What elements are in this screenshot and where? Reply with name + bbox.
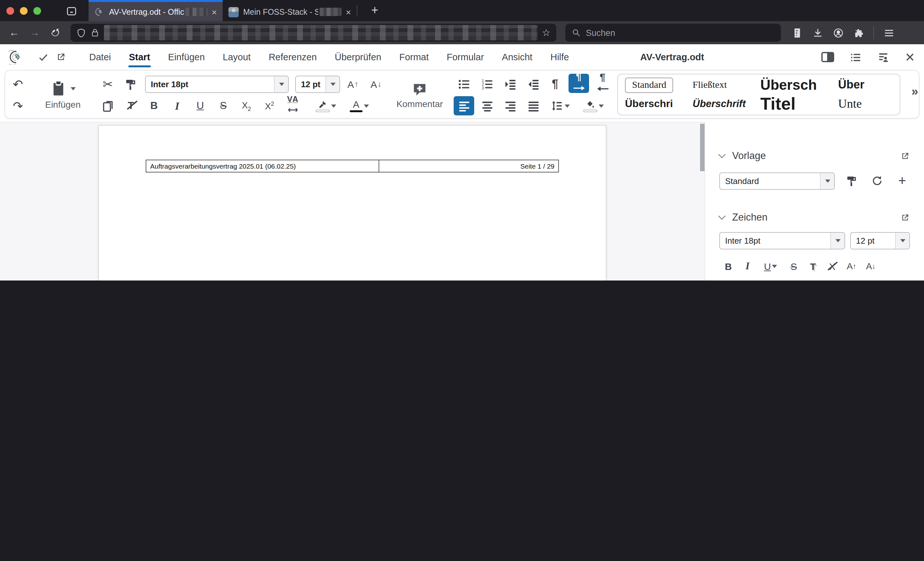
sidebar-font-size-select[interactable]: 12 pt: [850, 232, 910, 250]
shrink-font-button[interactable]: A↓: [366, 74, 386, 94]
collapse-chevron-icon[interactable]: [718, 212, 726, 220]
sidebar-toggle-icon[interactable]: [821, 52, 834, 62]
font-color-caret[interactable]: [364, 104, 369, 108]
char-spacing-button[interactable]: V̲A̲: [282, 96, 303, 115]
shield-icon[interactable]: [76, 28, 86, 37]
font-size-select[interactable]: 12 pt: [295, 76, 340, 93]
style-select-caret[interactable]: [820, 173, 834, 189]
new-style-plus-icon[interactable]: +: [894, 172, 910, 190]
italic-button[interactable]: I: [167, 96, 188, 115]
font-color-button[interactable]: A: [345, 96, 374, 115]
paragraph-background-caret[interactable]: [598, 104, 604, 108]
close-document-icon[interactable]: ✕: [905, 51, 915, 63]
style-ueberschrift-1[interactable]: Übersch: [757, 76, 835, 94]
forward-button[interactable]: →: [26, 24, 44, 42]
subscript-button[interactable]: X2: [236, 96, 256, 115]
reload-button[interactable]: [46, 24, 64, 42]
font-name-caret[interactable]: [274, 76, 288, 92]
close-window-button[interactable]: [6, 7, 14, 14]
tab-close-icon[interactable]: ×: [346, 7, 351, 17]
styles-expand-chevron[interactable]: »: [912, 85, 916, 99]
browser-tab-active[interactable]: AV-Vertrag.odt - Office @ Hada ×: [88, 0, 223, 21]
browser-search-bar[interactable]: Suchen: [565, 24, 781, 42]
formatting-marks-button[interactable]: ¶: [545, 74, 565, 94]
highlight-color-button[interactable]: [312, 96, 340, 115]
grow-font-button[interactable]: A↑: [343, 74, 363, 94]
open-dialog-icon[interactable]: [900, 151, 910, 161]
line-spacing-button[interactable]: [546, 96, 574, 115]
document-page[interactable]: Auftragsverarbeitungsvertrag 2025.01 (06…: [99, 126, 606, 280]
refresh-style-icon[interactable]: [870, 172, 885, 190]
bullet-list-button[interactable]: [454, 74, 474, 94]
downloads-icon[interactable]: [809, 24, 826, 41]
paragraph-background-button[interactable]: [579, 96, 608, 115]
menu-hamburger-icon[interactable]: [880, 24, 897, 41]
font-name-select[interactable]: Inter 18pt: [145, 76, 289, 93]
font-size-caret[interactable]: [326, 76, 339, 92]
open-external-icon[interactable]: [52, 49, 69, 65]
superscript-button[interactable]: X2: [259, 96, 280, 115]
paste-dropdown-caret[interactable]: [70, 87, 76, 90]
copy-button[interactable]: [98, 96, 118, 115]
menu-datei[interactable]: Datei: [81, 44, 119, 70]
back-button[interactable]: ←: [5, 24, 23, 42]
sidebar-font-name-select[interactable]: Inter 18pt: [719, 232, 845, 250]
style-standard[interactable]: Standard: [622, 76, 690, 94]
cut-button[interactable]: ✂: [98, 74, 118, 94]
numbered-list-button[interactable]: [477, 74, 497, 94]
style-fliesstext[interactable]: Fließtext: [690, 76, 757, 94]
list-view-icon[interactable]: [850, 51, 862, 63]
extensions-puzzle-icon[interactable]: [850, 24, 867, 41]
sidebar-italic-button[interactable]: I: [738, 257, 756, 275]
browser-tab-inactive[interactable]: Mein FOSS-Stack - Stephan Ha ×: [223, 0, 357, 21]
underline-button[interactable]: U: [190, 96, 210, 115]
style-untertitel[interactable]: Unte: [835, 94, 896, 114]
open-dialog-icon[interactable]: [900, 212, 910, 222]
line-spacing-caret[interactable]: [565, 104, 570, 108]
bookmark-star-icon[interactable]: ☆: [542, 27, 550, 39]
align-center-button[interactable]: [477, 96, 497, 115]
style-ueberschrift-2[interactable]: Über: [835, 76, 896, 94]
sidebar-shrink-font-button[interactable]: A↓: [862, 257, 880, 275]
align-left-button[interactable]: [454, 96, 474, 115]
tab-close-icon[interactable]: ×: [212, 7, 217, 17]
underline-caret[interactable]: [772, 265, 777, 268]
sidebar-clear-formatting-button[interactable]: X: [823, 257, 841, 275]
firefox-view-icon[interactable]: [63, 3, 80, 19]
justify-button[interactable]: [523, 96, 543, 115]
sidebar-font-size-caret[interactable]: [895, 233, 909, 249]
paragraph-style-select[interactable]: Standard: [719, 172, 835, 190]
section-vorlage-header[interactable]: Vorlage: [719, 150, 910, 162]
user-list-icon[interactable]: [877, 51, 890, 63]
update-style-roller-icon[interactable]: [844, 172, 860, 190]
sidebar-underline-button[interactable]: U: [758, 257, 783, 275]
menu-ansicht[interactable]: Ansicht: [494, 44, 541, 70]
sidebar-font-name-caret[interactable]: [830, 233, 844, 249]
section-zeichen-header[interactable]: Zeichen: [719, 212, 910, 223]
sidebar-bold-button[interactable]: B: [719, 257, 737, 275]
menu-ueberpruefen[interactable]: Überprüfen: [326, 44, 390, 70]
collapse-chevron-icon[interactable]: [718, 151, 726, 159]
sidebar-strikethrough-button[interactable]: S: [785, 257, 803, 275]
highlight-color-caret[interactable]: [331, 104, 336, 108]
style-ueberschrift-3[interactable]: Überschri: [622, 94, 690, 114]
menu-layout[interactable]: Layout: [214, 44, 259, 70]
rtl-direction-button[interactable]: ¶: [592, 74, 613, 94]
bold-button[interactable]: B: [144, 96, 164, 115]
menu-hilfe[interactable]: Hilfe: [542, 44, 577, 70]
new-tab-button[interactable]: +: [366, 2, 383, 19]
undo-button[interactable]: ↶: [8, 74, 28, 94]
style-ueberschrift-4[interactable]: Überschrift: [690, 94, 757, 114]
increase-indent-button[interactable]: [500, 74, 520, 94]
redo-button[interactable]: ↷: [8, 96, 28, 115]
lock-icon[interactable]: [90, 28, 99, 37]
vertical-scrollbar-thumb[interactable]: [700, 124, 705, 171]
style-titel[interactable]: Titel: [757, 94, 835, 114]
comment-button[interactable]: Kommentar: [390, 73, 449, 117]
maximize-window-button[interactable]: [33, 7, 41, 14]
password-manager-icon[interactable]: [789, 24, 805, 41]
clear-formatting-button[interactable]: T: [121, 96, 141, 115]
menu-start[interactable]: Start: [121, 44, 159, 70]
menu-referenzen[interactable]: Referenzen: [260, 44, 325, 70]
strikethrough-button[interactable]: S: [213, 96, 234, 115]
